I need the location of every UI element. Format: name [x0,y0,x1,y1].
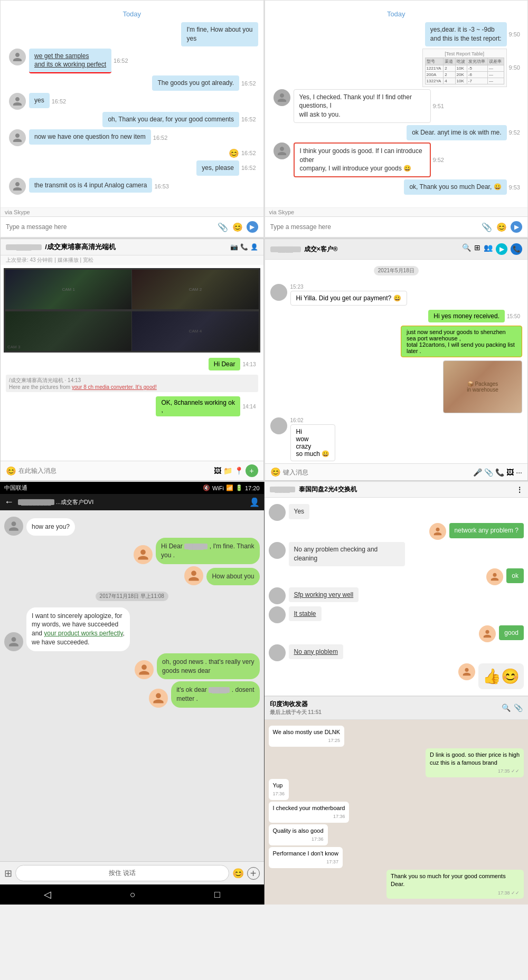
back-button[interactable]: ← [4,497,14,508]
attach-icon-right[interactable]: 📎 [481,221,493,233]
message-bubble: Hiwowcrazyso much 😀 [290,424,336,461]
phone-msg: How about you [4,566,260,585]
msg-row: [Test Report Table] 型号渠道吃波发光功率误差率 1221YA… [270,49,523,87]
more-icon-wechat[interactable]: ··· [516,468,522,477]
send-button-right[interactable]: ▶ [511,221,522,233]
voice-input-field[interactable]: 按住 说话 [15,865,229,881]
msg-row: ok Dear. anyt ime is ok with me. 9:52 [270,125,523,140]
message-bubble: yes, please [196,160,239,176]
phone-msg: I want to sincerely apologize, formy wor… [4,607,260,651]
message-time: 16:52 [241,150,256,156]
send-button[interactable]: ▶ [247,221,258,233]
emoji-footer-icon-right[interactable]: 😊 [270,467,281,477]
msg-row: The goods you got already. 16:52 [6,75,258,91]
message-bubble: Hi Yilla. Did you get our payment? 😀 [290,291,407,306]
middle-right-panel: ████ 成交×客户® 🔍 ⊞ 👥 ▶ 📞 2021年5月18日 [264,239,529,481]
msg-row: now we have one question fro new item 16… [6,129,258,146]
wa-msg: We also mostly use DLNK 17:25 [269,726,524,747]
cam-cell-4: CAM 4 [132,311,258,351]
chat-icons: 📎 😊 ▶ [217,221,258,233]
chat-input-right[interactable] [270,223,482,231]
message-time: 9:50 [509,64,520,71]
br-bottom-panel: 印度询收发器 最后上线于今天 11:51 🔍 📎 We also mostly … [265,697,529,905]
profile-icon[interactable]: 👤 [250,243,258,251]
chat-input-bar[interactable]: 📎 😊 ▶ [1,216,263,237]
time-label: 17:20 [245,485,260,491]
wa-msg: Yup 17:36 [269,779,524,800]
phone-status-bar: 中国联通 🔇 WiFi 📶 🔋 17:20 [0,482,264,494]
emoji-icon-right[interactable]: 😊 [496,221,507,233]
avatar [9,49,26,65]
wifi-icon: WiFi [212,485,224,491]
msg-row: Yes, I checked. Thank you! If I find oth… [270,89,523,123]
avatar [4,632,23,651]
chat-input-bar-right[interactable]: 📎 😊 ▶ [265,216,528,237]
header-left: ████ 成交×客户® [270,245,338,254]
message-bubble: yes,dear. it is -3 ~ -9dband this is the… [425,22,507,46]
msg-row: I'm fine, How about youyes [6,22,258,46]
attach-icon-wechat[interactable]: 📎 [484,468,493,477]
user-avatar [429,523,446,540]
menu-icon[interactable]: ⋮ [516,486,523,493]
message-time: 16:53 [154,183,169,189]
message-time: 9:53 [509,184,520,191]
avatar [269,587,286,604]
wa-bubble: We also mostly use DLNK 17:25 [269,726,345,747]
profile-button[interactable]: 👤 [249,497,260,507]
msg-item: Sfp working very well [269,587,524,604]
msg-item: ok [269,568,524,585]
phone-bottom-bar: ◁ ○ □ [0,884,264,905]
avatar [274,89,290,106]
wa-text: Thank you so much for your good comments… [391,873,506,887]
emoji-input-icon[interactable]: 😊 [232,868,244,879]
add-button[interactable]: + [246,464,258,477]
plus-icon[interactable]: + [247,867,260,880]
wa-time: 17:36 [273,813,345,820]
people-icon[interactable]: 👥 [484,243,493,255]
back-nav-button[interactable]: ◁ [44,889,51,900]
phone-icon-wechat[interactable]: 📞 [495,468,504,477]
phone-msg: how are you? [4,517,260,536]
wa-msg: Performance I don't know 17:37 [269,847,524,868]
br-top-title: ████ 泰国闰盘2光4交换机 [270,485,357,494]
sender-label: /成交柬埔寨高清光端机 · 14:13 [9,377,81,383]
wa-attach-icon[interactable]: 📎 [514,703,523,712]
emoji-icon[interactable]: 😊 [232,221,243,233]
bottom-right: ████ 泰国闰盘2光4交换机 ⋮ Yes network any proble… [265,482,529,905]
message-bubble: The goods you got already. [152,75,239,91]
mic-icon[interactable]: 🎤 [473,468,482,477]
chat-input[interactable] [6,223,217,231]
msg-row-right: just now send your goods to shenzhen sea… [265,325,528,358]
message-bubble: it's ok dear ████ . dosentmetter . [171,681,259,708]
image-icon-wechat[interactable]: 🖼 [506,468,514,477]
location-icon[interactable]: 📍 [234,467,243,475]
grid-icon[interactable]: ⊞ [474,243,480,255]
keyboard-icon[interactable]: ⊞ [4,868,12,879]
wechat-input-right[interactable] [283,469,472,476]
avatar [270,284,287,301]
middle-right-header: ████ 成交×客户® 🔍 ⊞ 👥 ▶ 📞 [265,239,528,260]
middle-left-footer[interactable]: 😊 🖼 📁 📍 + [1,461,263,480]
wechat-input[interactable] [18,467,212,474]
search-icon[interactable]: 🔍 [462,243,471,255]
wa-search-icon[interactable]: 🔍 [502,703,511,712]
video-call-icon[interactable]: ▶ [496,243,507,255]
phone-icon[interactable]: 📞 [240,243,248,251]
signal-icon: 📶 [226,484,233,491]
video-icon[interactable]: 📷 [230,243,238,251]
message-bubble-highlighted: just now send your goods to shenzhen sea… [401,326,522,357]
wa-bubble: Thank you so much for your good comments… [386,870,524,899]
cam-cell-3: CAM 3 [5,311,131,351]
attach-icon[interactable]: 📎 [217,221,229,233]
recents-nav-button[interactable]: □ [214,889,220,900]
call-icon[interactable]: 📞 [511,243,522,255]
image-icon[interactable]: 🖼 [214,467,221,475]
middle-right-footer[interactable]: 😊 🎤 📎 📞 🖼 ··· [265,463,528,480]
folder-icon[interactable]: 📁 [223,467,232,475]
emoji-footer-icon[interactable]: 😊 [6,466,16,476]
home-nav-button[interactable]: ○ [130,889,136,900]
msg-row: oh, Thank you dear, for your good commen… [6,112,258,127]
message-bubble: ok Dear. anyt ime is ok with me. [407,125,506,140]
wa-header-icons: 🔍 📎 [502,703,523,712]
message-bubble: we get the samplesand its ok working per… [29,49,111,74]
